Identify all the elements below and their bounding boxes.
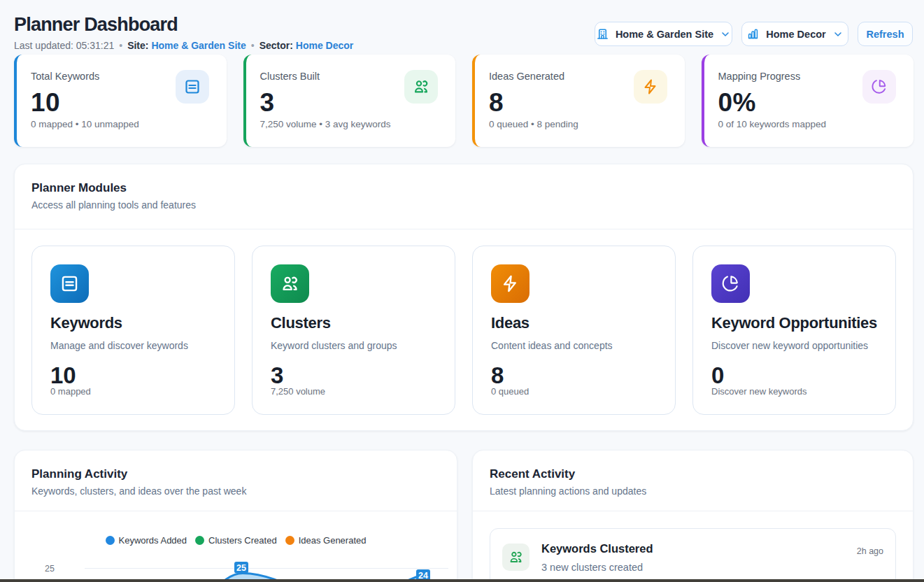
svg-text:25: 25 — [236, 563, 246, 573]
svg-text:25: 25 — [45, 564, 55, 574]
